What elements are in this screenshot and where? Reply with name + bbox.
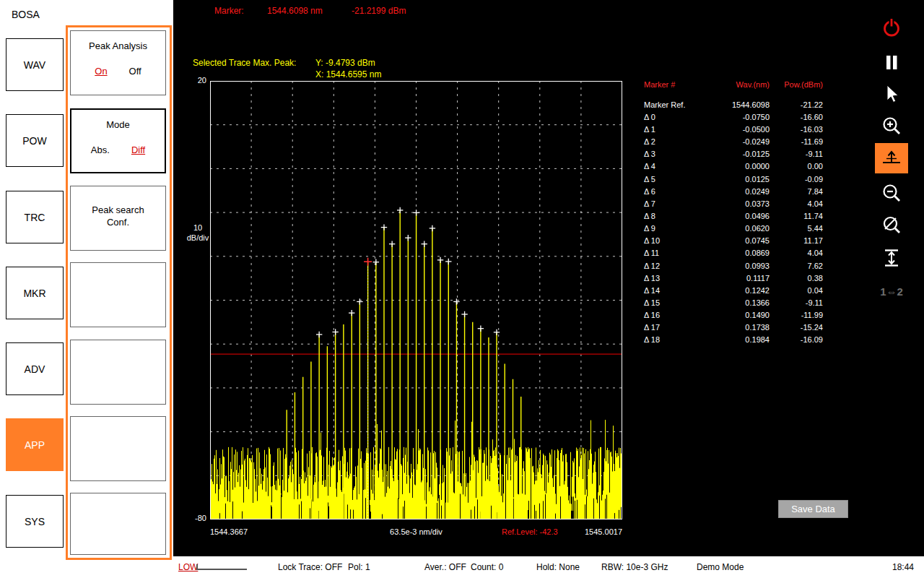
peak-analysis-title: Peak Analysis (71, 40, 165, 51)
level-track[interactable] (196, 564, 247, 570)
autoscale-y-icon[interactable] (875, 243, 908, 272)
marker-table-row: Δ 140.12420.04 (644, 284, 823, 296)
marker-table-row: Δ 110.08694.04 (644, 247, 823, 259)
sidebar-item-wav[interactable]: WAV (6, 38, 64, 91)
hold-status: Hold: None (536, 562, 580, 572)
empty-panel-4 (70, 493, 166, 555)
x-axis-end-label: 1545.0017 (578, 527, 622, 536)
y-axis-max-label: 20 (185, 76, 206, 85)
sidebar-item-app[interactable]: APP (6, 418, 64, 471)
cursor-icon[interactable] (875, 79, 908, 108)
empty-panel-3 (70, 416, 166, 481)
peak-analysis-off-option[interactable]: Off (129, 66, 141, 77)
marker-table-header: Marker #Wav.(nm)Pow.(dBm) (644, 78, 823, 90)
main-display: Marker: 1544.6098 nm -21.2199 dBm Select… (173, 0, 859, 556)
mode-title: Mode (71, 119, 165, 130)
low-indicator: LOW (178, 562, 198, 572)
max-peak-x-value: X: 1544.6595 nm (315, 69, 381, 79)
marker-wavelength-value: 1544.6098 nm (267, 6, 323, 16)
app-title: BOSA (12, 9, 40, 20)
marker-table-row: Δ 130.11170.38 (644, 272, 823, 284)
ref-level-label: Ref.Level: -42.3 (502, 527, 558, 536)
peak-search-label-line2: Conf. (71, 216, 165, 228)
empty-panel-1 (70, 262, 166, 327)
mode-panel: Mode Abs. Diff (70, 108, 166, 173)
marker-table-row: Marker Ref.1544.6098-21.22 (644, 98, 823, 111)
mode-diff-option[interactable]: Diff (131, 144, 145, 155)
marker-table-row: Δ 40.00000.00 (644, 160, 823, 173)
marker-table-row: Δ 100.074511.17 (644, 235, 823, 247)
max-peak-label: Selected Trace Max. Peak: (193, 58, 296, 68)
compare-traces-icon: 1⇔2 (875, 277, 908, 306)
marker-table-row: Δ 3-0.0125-9.11 (644, 148, 823, 160)
y-axis-min-label: -80 (180, 514, 206, 522)
marker-table: Marker #Wav.(nm)Pow.(dBm)Marker Ref.1544… (644, 78, 823, 346)
power-icon[interactable] (875, 13, 908, 42)
marker-table-row: Δ 150.1366-9.11 (644, 296, 823, 309)
zoom-reset-icon[interactable] (875, 210, 908, 239)
bosa-app-window: BOSA WAV POW TRC MKR ADV APP SYS Peak An… (0, 0, 924, 578)
marker-table-row: Δ 90.06205.44 (644, 223, 823, 235)
zoom-in-icon[interactable] (875, 111, 908, 140)
sidebar-item-trc[interactable]: TRC (6, 191, 64, 243)
marker-to-peak-icon[interactable] (875, 143, 908, 173)
lock-trace-status: Lock Trace: OFF (278, 562, 342, 572)
sidebar: BOSA WAV POW TRC MKR ADV APP SYS (0, 0, 65, 578)
rbw-status: RBW: 10e-3 GHz (601, 562, 668, 572)
sidebar-item-adv[interactable]: ADV (6, 342, 64, 395)
sidebar-item-sys[interactable]: SYS (6, 495, 64, 548)
pause-icon[interactable] (875, 48, 908, 77)
marker-table-row: Δ 2-0.0249-11.69 (644, 136, 823, 148)
mode-abs-option[interactable]: Abs. (91, 144, 110, 155)
spectrum-plot[interactable] (210, 81, 622, 519)
marker-table-row: Δ 50.0125-0.09 (644, 173, 823, 185)
x-axis-scale-label: 63.5e-3 nm/div (210, 527, 622, 536)
empty-panel-2 (70, 340, 166, 405)
level-track-tick (196, 564, 198, 570)
averaging-status: Aver.: OFF (424, 562, 466, 572)
right-toolbar: 1⇔2 (859, 0, 924, 556)
peak-analysis-on-option[interactable]: On (95, 66, 107, 77)
marker-table-row: Δ 160.1490-11.99 (644, 309, 823, 322)
marker-table-row: Δ 180.1984-16.09 (644, 334, 823, 346)
demo-mode-label: Demo Mode (697, 562, 744, 572)
max-peak-y-value: Y: -9.4793 dBm (315, 58, 375, 68)
function-panel-column: Peak Analysis On Off Mode Abs. Diff Peak… (65, 0, 173, 578)
zoom-out-icon[interactable] (875, 178, 908, 207)
sidebar-item-mkr[interactable]: MKR (6, 267, 64, 319)
marker-table-row: Δ 120.09937.62 (644, 259, 823, 272)
save-data-button[interactable]: Save Data (778, 500, 848, 518)
spectrum-trace-svg (210, 81, 622, 519)
marker-readout-label: Marker: (214, 6, 244, 16)
peak-search-conf-button[interactable]: Peak search Conf. (70, 186, 166, 251)
marker-table-row: Δ 0-0.0750-16.60 (644, 111, 823, 123)
clock: 18:44 (892, 562, 914, 572)
polarization-status: Pol: 1 (348, 562, 370, 572)
marker-table-row: Δ 70.03734.04 (644, 197, 823, 210)
sidebar-item-pow[interactable]: POW (6, 114, 64, 167)
marker-table-row: Δ 80.049611.74 (644, 210, 823, 222)
peak-analysis-panel: Peak Analysis On Off (70, 30, 166, 95)
marker-power-value: -21.2199 dBm (352, 6, 406, 16)
marker-table-row: Δ 170.1738-15.24 (644, 322, 823, 334)
count-status: Count: 0 (471, 562, 503, 572)
peak-search-label-line1: Peak search (71, 204, 165, 216)
marker-table-row: Δ 1-0.0500-16.03 (644, 123, 823, 135)
y-axis-scale-label: 10 dB/div (183, 223, 212, 243)
marker-table-row: Δ 60.02497.84 (644, 185, 823, 197)
